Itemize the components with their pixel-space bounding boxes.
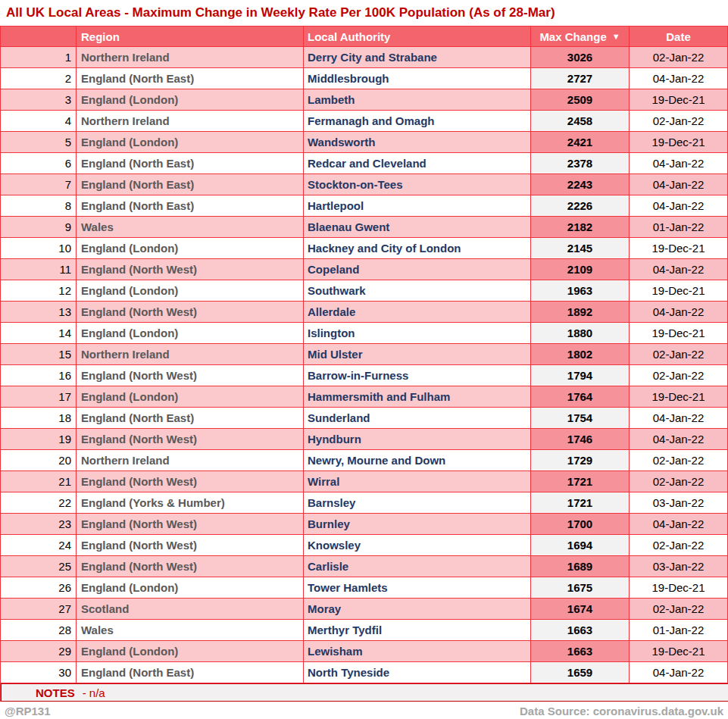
header-max-change-label: Max Change <box>539 30 606 43</box>
region-cell: England (North West) <box>77 556 304 577</box>
table-row: 2 England (North East) Middlesbrough 272… <box>1 68 728 89</box>
region-cell: England (London) <box>77 280 304 302</box>
region-cell: England (North West) <box>77 259 304 280</box>
date-cell: 02-Jan-22 <box>630 535 728 556</box>
max-change-cell: 2243 <box>531 174 630 195</box>
max-change-cell: 1892 <box>531 302 630 323</box>
table-row: 10 England (London) Hackney and City of … <box>1 238 728 259</box>
region-cell: Scotland <box>77 599 304 620</box>
rank-cell: 26 <box>1 577 77 599</box>
max-change-cell: 1721 <box>531 471 630 492</box>
date-cell: 04-Jan-22 <box>630 153 728 174</box>
table-row: 1 Northern Ireland Derry City and Straba… <box>1 47 728 68</box>
table-row: 4 Northern Ireland Fermanagh and Omagh 2… <box>1 111 728 132</box>
date-cell: 04-Jan-22 <box>630 302 728 323</box>
region-cell: England (North West) <box>77 471 304 492</box>
local-authority-cell: Hackney and City of London <box>304 238 531 259</box>
local-authority-cell: Moray <box>304 599 531 620</box>
table-row: 17 England (London) Hammersmith and Fulh… <box>1 386 728 408</box>
rank-cell: 11 <box>1 259 77 280</box>
table-row: 12 England (London) Southwark 1963 19-De… <box>1 280 728 302</box>
local-authority-cell: Derry City and Strabane <box>304 47 531 68</box>
local-authority-cell: Southwark <box>304 280 531 302</box>
header-local-authority: Local Authority <box>304 27 531 47</box>
table-row: 24 England (North West) Knowsley 1694 02… <box>1 535 728 556</box>
table-row: 23 England (North West) Burnley 1700 04-… <box>1 514 728 535</box>
max-change-cell: 1659 <box>531 662 630 683</box>
region-cell: England (London) <box>77 89 304 111</box>
table-row: 9 Wales Blaenau Gwent 2182 01-Jan-22 <box>1 217 728 238</box>
region-cell: Northern Ireland <box>77 450 304 471</box>
max-change-cell: 2509 <box>531 89 630 111</box>
rank-cell: 2 <box>1 68 77 89</box>
data-table: Region Local Authority Max Change ▼ Date… <box>0 26 728 702</box>
date-cell: 01-Jan-22 <box>630 217 728 238</box>
header-max-change[interactable]: Max Change ▼ <box>531 27 630 47</box>
local-authority-cell: Redcar and Cleveland <box>304 153 531 174</box>
date-cell: 02-Jan-22 <box>630 599 728 620</box>
date-cell: 19-Dec-21 <box>630 280 728 302</box>
max-change-cell: 1729 <box>531 450 630 471</box>
footer-handle: @RP131 <box>5 705 51 717</box>
date-cell: 19-Dec-21 <box>630 132 728 153</box>
rank-cell: 9 <box>1 217 77 238</box>
region-cell: England (North West) <box>77 535 304 556</box>
date-cell: 03-Jan-22 <box>630 492 728 514</box>
region-cell: England (North West) <box>77 514 304 535</box>
max-change-cell: 2226 <box>531 195 630 217</box>
table-row: 5 England (London) Wandsworth 2421 19-De… <box>1 132 728 153</box>
max-change-cell: 1764 <box>531 386 630 408</box>
region-cell: England (North West) <box>77 302 304 323</box>
region-cell: England (London) <box>77 238 304 259</box>
rank-cell: 6 <box>1 153 77 174</box>
local-authority-cell: Allerdale <box>304 302 531 323</box>
region-cell: England (North East) <box>77 174 304 195</box>
footer-data-source: Data Source: coronavirus.data.gov.uk <box>520 705 723 717</box>
local-authority-cell: Merthyr Tydfil <box>304 620 531 641</box>
date-cell: 19-Dec-21 <box>630 323 728 344</box>
notes-text: - n/a <box>75 686 105 699</box>
table-header: Region Local Authority Max Change ▼ Date <box>1 27 728 47</box>
table-row: 26 England (London) Tower Hamlets 1675 1… <box>1 577 728 599</box>
region-cell: England (North East) <box>77 153 304 174</box>
table-row: 6 England (North East) Redcar and Clevel… <box>1 153 728 174</box>
rank-cell: 7 <box>1 174 77 195</box>
rank-cell: 27 <box>1 599 77 620</box>
region-cell: England (London) <box>77 323 304 344</box>
local-authority-cell: Wandsworth <box>304 132 531 153</box>
table-row: 20 Northern Ireland Newry, Mourne and Do… <box>1 450 728 471</box>
rank-cell: 24 <box>1 535 77 556</box>
table-row: 13 England (North West) Allerdale 1892 0… <box>1 302 728 323</box>
date-cell: 02-Jan-22 <box>630 47 728 68</box>
table-row: 14 England (London) Islington 1880 19-De… <box>1 323 728 344</box>
region-cell: England (London) <box>77 641 304 662</box>
local-authority-cell: Copeland <box>304 259 531 280</box>
rank-cell: 21 <box>1 471 77 492</box>
rank-cell: 23 <box>1 514 77 535</box>
rank-cell: 19 <box>1 429 77 450</box>
table-row: 27 Scotland Moray 1674 02-Jan-22 <box>1 599 728 620</box>
local-authority-cell: North Tyneside <box>304 662 531 683</box>
region-cell: England (London) <box>77 386 304 408</box>
date-cell: 04-Jan-22 <box>630 174 728 195</box>
rank-cell: 20 <box>1 450 77 471</box>
date-cell: 04-Jan-22 <box>630 514 728 535</box>
rank-cell: 28 <box>1 620 77 641</box>
max-change-cell: 1689 <box>531 556 630 577</box>
table-row: 8 England (North East) Hartlepool 2226 0… <box>1 195 728 217</box>
date-cell: 01-Jan-22 <box>630 620 728 641</box>
local-authority-cell: Fermanagh and Omagh <box>304 111 531 132</box>
table-row: 21 England (North West) Wirral 1721 02-J… <box>1 471 728 492</box>
max-change-cell: 1963 <box>531 280 630 302</box>
max-change-cell: 1663 <box>531 620 630 641</box>
table-row: 16 England (North West) Barrow-in-Furnes… <box>1 365 728 386</box>
table-row: 25 England (North West) Carlisle 1689 03… <box>1 556 728 577</box>
table-row: 30 England (North East) North Tyneside 1… <box>1 662 728 683</box>
date-cell: 19-Dec-21 <box>630 641 728 662</box>
table-row: 15 Northern Ireland Mid Ulster 1802 02-J… <box>1 344 728 365</box>
local-authority-cell: Wirral <box>304 471 531 492</box>
rank-cell: 3 <box>1 89 77 111</box>
max-change-cell: 1746 <box>531 429 630 450</box>
local-authority-cell: Carlisle <box>304 556 531 577</box>
rank-cell: 15 <box>1 344 77 365</box>
